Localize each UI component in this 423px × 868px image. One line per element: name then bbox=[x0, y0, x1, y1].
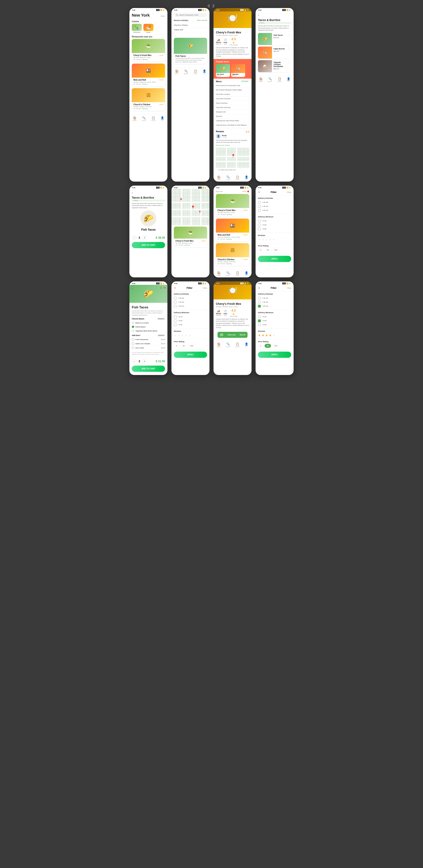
view-cart-bar[interactable]: 1 View cart $43.49 bbox=[218, 332, 248, 338]
nav-cc-me[interactable]: 👤Me bbox=[245, 342, 248, 347]
filter-checkbox-30d-c[interactable] bbox=[258, 224, 261, 226]
apply-button-c[interactable]: APPLY bbox=[258, 256, 291, 262]
nav-search[interactable]: 🔍Search bbox=[142, 116, 146, 121]
nav-filtered-orders[interactable]: 📋Orders bbox=[235, 271, 239, 276]
star-5-b[interactable]: ★ bbox=[188, 333, 191, 337]
cuisine-asian[interactable]: 🍜 Asian bbox=[143, 24, 153, 33]
filter-cb-60-b[interactable] bbox=[174, 305, 177, 308]
filter-opt-15-r[interactable]: < $ 15 bbox=[258, 315, 291, 319]
menu-item-card-fish-tacos[interactable]: 🌮 Fish Tacos $19.20 ♡ bbox=[258, 33, 291, 45]
qty-decrease-food[interactable]: − bbox=[132, 359, 137, 364]
filter-clear-b[interactable]: Clear bbox=[203, 287, 207, 289]
nav-search-search[interactable]: 🔍Search bbox=[184, 69, 188, 74]
star-4-c[interactable]: ★ bbox=[269, 238, 272, 241]
filter-cb-60d-r[interactable] bbox=[258, 323, 261, 326]
filter-clear-c[interactable]: Clear bbox=[287, 191, 291, 193]
search-input[interactable] bbox=[179, 14, 205, 16]
filter-opt-60-c[interactable]: < 60 min bbox=[258, 208, 291, 212]
menu-item-fresh-favs[interactable]: Fresh Mex Favorites› bbox=[216, 97, 249, 101]
nav-detail-orders[interactable]: 📋Orders bbox=[235, 176, 239, 180]
nav-tr-orders[interactable]: 📋Orders bbox=[277, 77, 282, 82]
filter-opt-60d-c[interactable]: < $ 60 bbox=[258, 227, 291, 231]
add-to-cart-button-food[interactable]: ADD TO CART bbox=[132, 366, 165, 372]
filters-badge[interactable]: Filters 🔴 bbox=[242, 191, 249, 192]
addon-checkbox-1[interactable] bbox=[132, 338, 134, 341]
star-1-b[interactable]: ★ bbox=[174, 333, 177, 337]
price-btn-3-c[interactable]: $$$ bbox=[272, 248, 280, 252]
filter-opt-30-r[interactable]: < 30 min bbox=[258, 296, 291, 300]
star-1-r[interactable]: ★ bbox=[258, 333, 261, 337]
filter-opt-30-b[interactable]: < 30 min bbox=[174, 296, 207, 300]
recent-item-1[interactable]: Church's Chicken bbox=[174, 23, 207, 28]
price-btn-1-r[interactable]: $ bbox=[258, 344, 263, 348]
filter-opt-45-c[interactable]: < 45 min bbox=[258, 205, 291, 208]
menu-item-card-fajita[interactable]: 🌯 Fajita Burrito $15.50 ♡ bbox=[258, 46, 291, 59]
heart-fish-tacos[interactable]: ♡ bbox=[288, 34, 290, 37]
apply-button-r[interactable]: APPLY bbox=[258, 351, 291, 358]
nav-tr-me[interactable]: 👤Me bbox=[287, 77, 290, 82]
back-button-tr[interactable]: ‹ bbox=[258, 13, 259, 17]
heart-filtered-wok[interactable]: ♡ bbox=[245, 220, 248, 223]
nav-detail-me[interactable]: 👤Me bbox=[245, 176, 248, 180]
filter-opt-30d-r[interactable]: < $ 30 bbox=[258, 319, 291, 323]
heart-icon-churchs[interactable]: ♡ bbox=[161, 89, 164, 93]
star-5-c[interactable]: ★ bbox=[273, 238, 275, 241]
nav-cc-orders[interactable]: 📋Orders bbox=[235, 342, 239, 347]
heart-icon-chevys[interactable]: ♡ bbox=[161, 40, 164, 43]
apply-button-b[interactable]: APPLY bbox=[174, 351, 207, 358]
qty-increase-tl[interactable]: + bbox=[142, 235, 147, 240]
back-button-tl[interactable]: ‹ bbox=[132, 191, 133, 195]
nav-orders[interactable]: 📋Orders bbox=[151, 116, 156, 121]
filter-opt-30dm-b[interactable]: < $ 30 bbox=[174, 319, 207, 323]
popular-item-fajita[interactable]: 🌯 Fajita Bur... $15.50 bbox=[231, 64, 245, 77]
menu-item-fresh-favs-2[interactable]: Fresh Mex Favorites› bbox=[216, 105, 249, 110]
nav-search-home[interactable]: 🏠Home bbox=[175, 69, 179, 74]
filtered-card-wok[interactable]: 🍱 ♡ Wok and Roll 5.0 ★ Chicken, Japanese… bbox=[216, 219, 249, 241]
star-4-r[interactable]: ★ bbox=[269, 333, 272, 337]
popular-item-tacos[interactable]: 🌮 Fish Tacos $19.20 bbox=[216, 64, 230, 77]
filter-opt-15-b[interactable]: < $ 15 bbox=[174, 315, 207, 319]
radio-beans-1[interactable] bbox=[132, 321, 134, 324]
search-bar[interactable]: 🔍 bbox=[174, 13, 207, 17]
option-beans-3[interactable]: Vegetarian Black Beans Beans bbox=[132, 329, 165, 333]
star-4-b[interactable]: ★ bbox=[185, 333, 188, 337]
add-to-cart-button-tl[interactable]: ADD TO CART bbox=[132, 242, 165, 248]
menu-item-2[interactable]: Mix & Match Mesquite Grilled Fajitas› bbox=[216, 88, 249, 92]
menu-item-tacos-burritos[interactable]: Tacos & Burritos› bbox=[216, 101, 249, 105]
nav-cc-search[interactable]: 🔍Search bbox=[226, 342, 230, 347]
nav-search-orders[interactable]: 📋Orders bbox=[193, 69, 197, 74]
nav-detail-search[interactable]: 🔍Search bbox=[226, 176, 230, 180]
menu-item-mesquite[interactable]: Mesquite Grill› bbox=[216, 110, 249, 114]
filter-cb-15-b[interactable] bbox=[174, 315, 177, 318]
option-beans-1[interactable]: Beans A La Charra bbox=[132, 321, 165, 325]
nav-filtered-me[interactable]: 👤Me bbox=[245, 271, 248, 276]
filter-opt-30-c[interactable]: < 30 min bbox=[258, 200, 291, 205]
filter-close-b[interactable]: ✕ bbox=[174, 286, 176, 289]
price-btn-2-c[interactable]: $$ bbox=[264, 248, 271, 252]
filter-opt-60dm-b[interactable]: < $ 60 bbox=[174, 323, 207, 327]
filter-cb-60dm-b[interactable] bbox=[174, 323, 177, 326]
filter-cb-30-r[interactable] bbox=[258, 297, 261, 300]
filter-opt-30d-c[interactable]: < $ 30 bbox=[258, 223, 291, 227]
restaurant-card-wok[interactable]: 🍱 ♡ Wok and Roll 5.0 ★ Chicken, Japanese… bbox=[132, 64, 165, 86]
filtered-card-churchs[interactable]: 🍔 ♡ Church's Chicken 4.0 ★ Chicken, Wing… bbox=[216, 243, 249, 266]
filter-opt-60-r[interactable]: < 60 min bbox=[258, 304, 291, 308]
nav-tr-search[interactable]: 🔍Search bbox=[268, 77, 272, 82]
price-btn-1-c[interactable]: $ bbox=[258, 248, 263, 252]
addon-checkbox-2[interactable] bbox=[132, 342, 134, 345]
price-btn-3-b[interactable]: $$$ bbox=[188, 344, 196, 348]
star-3-r[interactable]: ★ bbox=[265, 333, 268, 337]
read-all-reviews[interactable]: Read all 120 reviews bbox=[216, 145, 249, 146]
nav-filtered-search[interactable]: 🔍Search bbox=[226, 271, 230, 276]
qty-decrease-tl[interactable]: − bbox=[132, 235, 137, 240]
restaurant-card-chevys[interactable]: 🥗 ♡ Chevy's Fresh Mex 4.5 ★ Tex-Mex, Mex… bbox=[132, 39, 165, 62]
recent-item-2[interactable]: Chiken Roll bbox=[174, 28, 207, 32]
filter-cb-30dm-b[interactable] bbox=[174, 319, 177, 322]
cuisine-american[interactable]: 🗽 American bbox=[132, 24, 142, 33]
addon-checkbox-3[interactable] bbox=[132, 347, 134, 349]
radio-beans-3[interactable] bbox=[132, 330, 134, 332]
filter-opt-45-b[interactable]: < 45 min bbox=[174, 300, 207, 304]
restaurant-card-churchs[interactable]: 🍔 ♡ Church's Chicken 4.0 ★ Chicken, Wing… bbox=[132, 88, 165, 111]
menu-item-1[interactable]: Fresh Greens & Homemade Soup› bbox=[216, 84, 249, 88]
menu-item-fresh-combos[interactable]: Fresh Mex Combos› bbox=[216, 92, 249, 97]
